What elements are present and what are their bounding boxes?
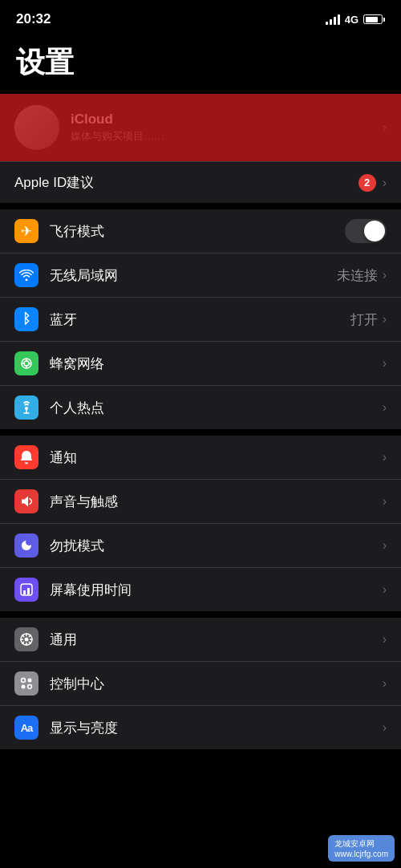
bluetooth-value: 打开 — [350, 310, 378, 329]
hotspot-row[interactable]: 个人热点 › — [0, 386, 401, 429]
cellular-row[interactable]: 蜂窝网络 › — [0, 342, 401, 386]
suggestion-chevron: › — [383, 176, 387, 190]
screentime-icon — [14, 578, 38, 602]
control-center-icon — [14, 671, 38, 696]
avatar — [14, 105, 59, 150]
wifi-icon — [14, 263, 38, 287]
bluetooth-icon: ᛒ — [14, 307, 38, 331]
dnd-label: 勿扰模式 — [50, 537, 383, 555]
control-center-chevron: › — [383, 676, 387, 691]
display-chevron: › — [383, 720, 387, 735]
profile-name: iCloud — [71, 112, 164, 128]
bluetooth-row[interactable]: ᛒ 蓝牙 打开 › — [0, 298, 401, 342]
display-row[interactable]: Aa 显示与亮度 › — [0, 706, 401, 749]
dnd-icon — [14, 533, 38, 558]
profile-left: iCloud 媒体与购买项目…… — [14, 105, 383, 150]
network-type: 4G — [345, 14, 358, 26]
screentime-row[interactable]: 屏幕使用时间 › — [0, 568, 401, 611]
suggestion-right: 2 › — [358, 174, 387, 192]
page-title: 设置 — [0, 35, 401, 94]
svg-rect-11 — [27, 588, 30, 594]
dnd-chevron: › — [383, 538, 387, 553]
svg-rect-10 — [23, 590, 26, 594]
notifications-section: 通知 › 声音与触感 › 勿扰模式 › — [0, 436, 401, 611]
svg-point-25 — [28, 685, 32, 689]
status-icons: 4G — [326, 14, 385, 26]
svg-point-24 — [22, 685, 26, 689]
hotspot-label: 个人热点 — [50, 399, 383, 417]
screentime-chevron: › — [383, 582, 387, 597]
bluetooth-chevron: › — [383, 312, 387, 327]
hotspot-icon — [14, 395, 38, 420]
cellular-icon — [14, 351, 38, 375]
sound-icon — [14, 489, 38, 513]
control-center-label: 控制中心 — [50, 675, 383, 693]
svg-line-21 — [22, 642, 24, 643]
sound-label: 声音与触感 — [50, 493, 383, 511]
general-chevron: › — [383, 632, 387, 647]
svg-line-19 — [29, 642, 30, 643]
hotspot-chevron: › — [383, 400, 387, 415]
notifications-row[interactable]: 通知 › — [0, 436, 401, 480]
sound-chevron: › — [383, 494, 387, 509]
svg-point-1 — [24, 361, 29, 366]
profile-info: iCloud 媒体与购买项目…… — [71, 112, 164, 144]
control-center-row[interactable]: 控制中心 › — [0, 662, 401, 706]
airplane-icon: ✈ — [14, 219, 38, 243]
svg-line-18 — [22, 635, 24, 637]
battery-icon — [363, 14, 385, 24]
screentime-label: 屏幕使用时间 — [50, 581, 383, 599]
svg-rect-9 — [21, 584, 32, 595]
watermark: 龙城安卓网 www.lcjrfg.com — [328, 835, 395, 862]
signal-icon — [326, 14, 340, 25]
general-row[interactable]: 通用 › — [0, 618, 401, 662]
notifications-label: 通知 — [50, 448, 383, 467]
wifi-value: 未连接 — [337, 266, 378, 285]
status-time: 20:32 — [16, 11, 51, 27]
general-label: 通用 — [50, 631, 383, 649]
wifi-chevron: › — [383, 268, 387, 282]
svg-point-23 — [28, 679, 32, 683]
airplane-mode-row[interactable]: ✈ 飞行模式 — [0, 209, 401, 254]
general-section: 通用 › 控制中心 › Aa 显示与亮度 › — [0, 618, 401, 749]
cellular-chevron: › — [383, 356, 387, 371]
wifi-row[interactable]: 无线局域网 未连接 › — [0, 254, 401, 298]
notifications-chevron: › — [383, 450, 387, 464]
dnd-row[interactable]: 勿扰模式 › — [0, 524, 401, 568]
profile-sub: 媒体与购买项目…… — [71, 129, 164, 144]
apple-id-suggestion-label: Apple ID建议 — [14, 173, 94, 192]
airplane-label: 飞行模式 — [50, 222, 345, 241]
svg-line-20 — [29, 635, 30, 637]
notifications-icon — [14, 445, 38, 469]
display-icon: Aa — [14, 716, 38, 740]
status-bar: 20:32 4G — [0, 0, 401, 35]
profile-row[interactable]: iCloud 媒体与购买项目…… › — [0, 94, 401, 161]
svg-point-22 — [22, 679, 26, 683]
display-label: 显示与亮度 — [50, 719, 383, 737]
profile-section: iCloud 媒体与购买项目…… › Apple ID建议 2 › — [0, 94, 401, 203]
general-icon — [14, 627, 38, 651]
connectivity-section: ✈ 飞行模式 无线局域网 未连接 › ᛒ 蓝牙 打开 › — [0, 209, 401, 429]
airplane-toggle[interactable] — [345, 219, 387, 243]
apple-id-suggestion-row[interactable]: Apple ID建议 2 › — [0, 161, 401, 203]
cellular-label: 蜂窝网络 — [50, 355, 383, 373]
suggestion-badge: 2 — [358, 174, 376, 192]
svg-point-13 — [25, 638, 29, 642]
wifi-label: 无线局域网 — [50, 266, 337, 285]
bluetooth-label: 蓝牙 — [50, 310, 350, 329]
sound-row[interactable]: 声音与触感 › — [0, 480, 401, 524]
profile-chevron: › — [383, 120, 387, 135]
